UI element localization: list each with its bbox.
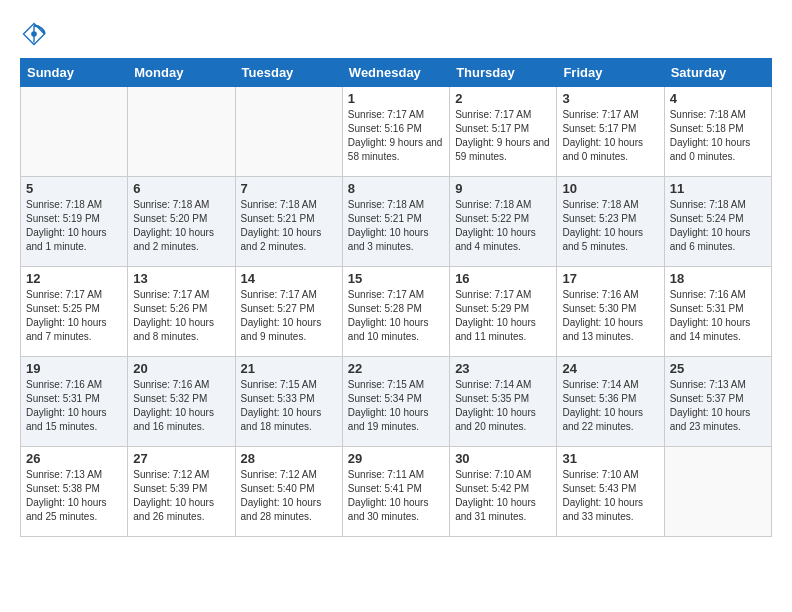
day-cell: 25Sunrise: 7:13 AM Sunset: 5:37 PM Dayli… bbox=[664, 357, 771, 447]
day-number: 12 bbox=[26, 271, 122, 286]
day-number: 29 bbox=[348, 451, 444, 466]
week-row-5: 26Sunrise: 7:13 AM Sunset: 5:38 PM Dayli… bbox=[21, 447, 772, 537]
day-info: Sunrise: 7:12 AM Sunset: 5:40 PM Dayligh… bbox=[241, 468, 337, 524]
day-cell: 11Sunrise: 7:18 AM Sunset: 5:24 PM Dayli… bbox=[664, 177, 771, 267]
day-number: 11 bbox=[670, 181, 766, 196]
day-cell: 4Sunrise: 7:18 AM Sunset: 5:18 PM Daylig… bbox=[664, 87, 771, 177]
day-number: 2 bbox=[455, 91, 551, 106]
day-cell: 8Sunrise: 7:18 AM Sunset: 5:21 PM Daylig… bbox=[342, 177, 449, 267]
day-info: Sunrise: 7:17 AM Sunset: 5:17 PM Dayligh… bbox=[562, 108, 658, 164]
day-number: 16 bbox=[455, 271, 551, 286]
day-info: Sunrise: 7:16 AM Sunset: 5:31 PM Dayligh… bbox=[670, 288, 766, 344]
day-cell: 23Sunrise: 7:14 AM Sunset: 5:35 PM Dayli… bbox=[450, 357, 557, 447]
day-cell: 18Sunrise: 7:16 AM Sunset: 5:31 PM Dayli… bbox=[664, 267, 771, 357]
day-cell: 21Sunrise: 7:15 AM Sunset: 5:33 PM Dayli… bbox=[235, 357, 342, 447]
day-number: 6 bbox=[133, 181, 229, 196]
day-number: 3 bbox=[562, 91, 658, 106]
day-info: Sunrise: 7:11 AM Sunset: 5:41 PM Dayligh… bbox=[348, 468, 444, 524]
day-number: 1 bbox=[348, 91, 444, 106]
day-cell: 15Sunrise: 7:17 AM Sunset: 5:28 PM Dayli… bbox=[342, 267, 449, 357]
day-cell: 30Sunrise: 7:10 AM Sunset: 5:42 PM Dayli… bbox=[450, 447, 557, 537]
day-info: Sunrise: 7:18 AM Sunset: 5:23 PM Dayligh… bbox=[562, 198, 658, 254]
day-cell: 17Sunrise: 7:16 AM Sunset: 5:30 PM Dayli… bbox=[557, 267, 664, 357]
day-number: 4 bbox=[670, 91, 766, 106]
day-info: Sunrise: 7:18 AM Sunset: 5:24 PM Dayligh… bbox=[670, 198, 766, 254]
day-number: 25 bbox=[670, 361, 766, 376]
day-info: Sunrise: 7:15 AM Sunset: 5:33 PM Dayligh… bbox=[241, 378, 337, 434]
day-cell: 3Sunrise: 7:17 AM Sunset: 5:17 PM Daylig… bbox=[557, 87, 664, 177]
day-cell: 26Sunrise: 7:13 AM Sunset: 5:38 PM Dayli… bbox=[21, 447, 128, 537]
day-number: 22 bbox=[348, 361, 444, 376]
day-cell: 31Sunrise: 7:10 AM Sunset: 5:43 PM Dayli… bbox=[557, 447, 664, 537]
weekday-header-thursday: Thursday bbox=[450, 59, 557, 87]
day-cell bbox=[21, 87, 128, 177]
day-cell: 16Sunrise: 7:17 AM Sunset: 5:29 PM Dayli… bbox=[450, 267, 557, 357]
day-cell: 12Sunrise: 7:17 AM Sunset: 5:25 PM Dayli… bbox=[21, 267, 128, 357]
day-number: 31 bbox=[562, 451, 658, 466]
day-number: 8 bbox=[348, 181, 444, 196]
day-cell: 24Sunrise: 7:14 AM Sunset: 5:36 PM Dayli… bbox=[557, 357, 664, 447]
day-info: Sunrise: 7:14 AM Sunset: 5:35 PM Dayligh… bbox=[455, 378, 551, 434]
day-info: Sunrise: 7:12 AM Sunset: 5:39 PM Dayligh… bbox=[133, 468, 229, 524]
weekday-header-friday: Friday bbox=[557, 59, 664, 87]
day-cell: 10Sunrise: 7:18 AM Sunset: 5:23 PM Dayli… bbox=[557, 177, 664, 267]
day-info: Sunrise: 7:18 AM Sunset: 5:18 PM Dayligh… bbox=[670, 108, 766, 164]
logo-icon bbox=[20, 20, 48, 48]
day-number: 5 bbox=[26, 181, 122, 196]
day-number: 28 bbox=[241, 451, 337, 466]
calendar-table: SundayMondayTuesdayWednesdayThursdayFrid… bbox=[20, 58, 772, 537]
day-number: 24 bbox=[562, 361, 658, 376]
day-info: Sunrise: 7:13 AM Sunset: 5:38 PM Dayligh… bbox=[26, 468, 122, 524]
day-number: 10 bbox=[562, 181, 658, 196]
logo bbox=[20, 20, 52, 48]
day-cell: 22Sunrise: 7:15 AM Sunset: 5:34 PM Dayli… bbox=[342, 357, 449, 447]
day-info: Sunrise: 7:18 AM Sunset: 5:19 PM Dayligh… bbox=[26, 198, 122, 254]
day-cell: 28Sunrise: 7:12 AM Sunset: 5:40 PM Dayli… bbox=[235, 447, 342, 537]
day-number: 7 bbox=[241, 181, 337, 196]
day-cell: 6Sunrise: 7:18 AM Sunset: 5:20 PM Daylig… bbox=[128, 177, 235, 267]
day-info: Sunrise: 7:17 AM Sunset: 5:17 PM Dayligh… bbox=[455, 108, 551, 164]
day-cell: 9Sunrise: 7:18 AM Sunset: 5:22 PM Daylig… bbox=[450, 177, 557, 267]
day-info: Sunrise: 7:16 AM Sunset: 5:30 PM Dayligh… bbox=[562, 288, 658, 344]
week-row-1: 1Sunrise: 7:17 AM Sunset: 5:16 PM Daylig… bbox=[21, 87, 772, 177]
day-info: Sunrise: 7:17 AM Sunset: 5:28 PM Dayligh… bbox=[348, 288, 444, 344]
weekday-header-monday: Monday bbox=[128, 59, 235, 87]
day-cell: 1Sunrise: 7:17 AM Sunset: 5:16 PM Daylig… bbox=[342, 87, 449, 177]
day-info: Sunrise: 7:17 AM Sunset: 5:29 PM Dayligh… bbox=[455, 288, 551, 344]
day-number: 15 bbox=[348, 271, 444, 286]
day-info: Sunrise: 7:18 AM Sunset: 5:20 PM Dayligh… bbox=[133, 198, 229, 254]
weekday-header-row: SundayMondayTuesdayWednesdayThursdayFrid… bbox=[21, 59, 772, 87]
day-info: Sunrise: 7:18 AM Sunset: 5:21 PM Dayligh… bbox=[348, 198, 444, 254]
page-header bbox=[20, 20, 772, 48]
weekday-header-wednesday: Wednesday bbox=[342, 59, 449, 87]
weekday-header-tuesday: Tuesday bbox=[235, 59, 342, 87]
week-row-3: 12Sunrise: 7:17 AM Sunset: 5:25 PM Dayli… bbox=[21, 267, 772, 357]
day-info: Sunrise: 7:14 AM Sunset: 5:36 PM Dayligh… bbox=[562, 378, 658, 434]
svg-point-0 bbox=[31, 31, 37, 37]
day-cell: 7Sunrise: 7:18 AM Sunset: 5:21 PM Daylig… bbox=[235, 177, 342, 267]
day-number: 20 bbox=[133, 361, 229, 376]
day-info: Sunrise: 7:15 AM Sunset: 5:34 PM Dayligh… bbox=[348, 378, 444, 434]
day-number: 18 bbox=[670, 271, 766, 286]
day-info: Sunrise: 7:17 AM Sunset: 5:16 PM Dayligh… bbox=[348, 108, 444, 164]
day-cell: 20Sunrise: 7:16 AM Sunset: 5:32 PM Dayli… bbox=[128, 357, 235, 447]
day-cell: 27Sunrise: 7:12 AM Sunset: 5:39 PM Dayli… bbox=[128, 447, 235, 537]
day-cell: 14Sunrise: 7:17 AM Sunset: 5:27 PM Dayli… bbox=[235, 267, 342, 357]
day-number: 27 bbox=[133, 451, 229, 466]
day-cell: 19Sunrise: 7:16 AM Sunset: 5:31 PM Dayli… bbox=[21, 357, 128, 447]
day-cell bbox=[235, 87, 342, 177]
day-info: Sunrise: 7:17 AM Sunset: 5:26 PM Dayligh… bbox=[133, 288, 229, 344]
day-info: Sunrise: 7:18 AM Sunset: 5:22 PM Dayligh… bbox=[455, 198, 551, 254]
day-info: Sunrise: 7:16 AM Sunset: 5:31 PM Dayligh… bbox=[26, 378, 122, 434]
day-number: 26 bbox=[26, 451, 122, 466]
weekday-header-saturday: Saturday bbox=[664, 59, 771, 87]
week-row-4: 19Sunrise: 7:16 AM Sunset: 5:31 PM Dayli… bbox=[21, 357, 772, 447]
week-row-2: 5Sunrise: 7:18 AM Sunset: 5:19 PM Daylig… bbox=[21, 177, 772, 267]
day-number: 30 bbox=[455, 451, 551, 466]
day-info: Sunrise: 7:13 AM Sunset: 5:37 PM Dayligh… bbox=[670, 378, 766, 434]
day-number: 14 bbox=[241, 271, 337, 286]
day-info: Sunrise: 7:17 AM Sunset: 5:25 PM Dayligh… bbox=[26, 288, 122, 344]
day-info: Sunrise: 7:17 AM Sunset: 5:27 PM Dayligh… bbox=[241, 288, 337, 344]
day-info: Sunrise: 7:10 AM Sunset: 5:42 PM Dayligh… bbox=[455, 468, 551, 524]
day-cell bbox=[664, 447, 771, 537]
